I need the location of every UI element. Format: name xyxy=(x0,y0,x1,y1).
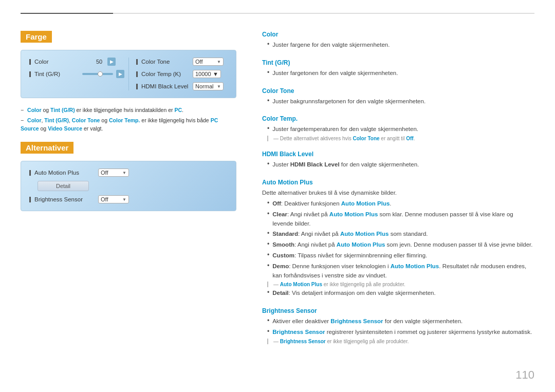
right-colortemp-note: Dette alternativet aktiveres hvis Color … xyxy=(267,136,534,141)
right-amp-heading: Auto Motion Plus xyxy=(262,179,534,186)
bar-icon-bs xyxy=(29,197,31,202)
tint-slider[interactable] xyxy=(82,73,113,75)
color-value: 50 xyxy=(96,59,102,65)
amp-item-detail: Detail: Vis detaljert informasjon om den… xyxy=(262,289,534,298)
tint-label: Tint (G/R) xyxy=(34,71,60,77)
right-hdmi-heading: HDMI Black Level xyxy=(262,151,534,158)
right-colortemp-heading: Color Temp. xyxy=(262,115,534,122)
right-tint-item-0: Juster fargetonen for den valgte skjerme… xyxy=(262,69,534,78)
farge-panel-left: Color 50 ▶ Tin xyxy=(29,58,128,90)
bar-icon-ct xyxy=(136,59,138,65)
farge-note-2: Color, Tint (G/R), Color Tone og Color T… xyxy=(21,117,236,133)
farge-panel: Color 50 ▶ Tin xyxy=(21,50,236,98)
color-temp-select[interactable]: 10000 ▼ xyxy=(193,70,221,78)
right-hdmi-text-0: Juster HDMI Black Level for den valgte s… xyxy=(272,160,419,170)
bs-note: Brightness Sensor er ikke tilgjengelig p… xyxy=(267,339,534,344)
amp-item-clear: Clear: Angi nivået på Auto Motion Plus s… xyxy=(262,210,534,229)
amp-item-smooth: Smooth: Angi nivået på Auto Motion Plus … xyxy=(262,240,534,250)
right-colortemp-section: Color Temp. Juster fargetemperaturen for… xyxy=(262,115,534,141)
amp-item-custom: Custom: Tilpass nivået for skjerminnbren… xyxy=(262,251,534,260)
right-amp-intro: Dette alternativer brukes til å vise dyn… xyxy=(262,189,534,198)
amp-item-demo: Demo: Denne funksjonen viser teknologien… xyxy=(262,262,534,281)
bar-icon-hdmi xyxy=(136,84,138,89)
brightness-label: Brightness Sensor xyxy=(34,196,83,202)
brightness-select[interactable]: Off ▼ xyxy=(98,195,129,203)
hdmi-select[interactable]: Normal ▼ xyxy=(193,82,224,90)
right-colortone-text-0: Juster bakgrunnsfargetonen for den valgt… xyxy=(272,97,425,106)
bar-icon-tint xyxy=(29,71,31,77)
farge-note-1: Color og Tint (G/R) er ikke tilgjengelig… xyxy=(21,106,236,115)
right-tint-section: Tint (G/R) Juster fargetonen for den val… xyxy=(262,59,534,78)
page-number: 110 xyxy=(515,368,534,382)
color-label: Color xyxy=(34,59,48,65)
left-column: Farge Color xyxy=(21,31,236,382)
tint-row: Tint (G/R) ▶ xyxy=(29,70,124,78)
color-temp-label: Color Temp (K) xyxy=(141,71,181,77)
bar-icon-amp xyxy=(29,170,31,176)
farge-panel-right: Color Tone Off ▼ xyxy=(129,58,228,90)
right-bs-section: Brightness Sensor Aktiver eller deaktive… xyxy=(262,307,534,344)
auto-motion-select[interactable]: Off ▼ xyxy=(98,169,129,177)
right-hdmi-section: HDMI Black Level Juster HDMI Black Level… xyxy=(262,151,534,170)
brightness-value: Off xyxy=(101,196,108,202)
auto-motion-arrow: ▼ xyxy=(122,171,126,175)
hdmi-label: HDMI Black Level xyxy=(141,83,188,89)
right-colortone-item-0: Juster bakgrunnsfargetonen for den valgt… xyxy=(262,97,534,106)
bs-item-0: Aktiver eller deaktiver Brightness Senso… xyxy=(262,317,534,326)
right-colortemp-item-0: Juster fargetemperaturen for den valgte … xyxy=(262,125,534,134)
color-tone-value: Off xyxy=(195,59,202,65)
amp-note-1: Auto Motion Plus er ikke tilgjengelig på… xyxy=(267,282,534,287)
hdmi-value: Normal xyxy=(195,83,213,89)
top-divider xyxy=(21,13,534,14)
right-colortone-heading: Color Tone xyxy=(262,87,534,95)
color-temp-row: Color Temp (K) 10000 ▼ xyxy=(136,70,228,78)
amp-item-standard: Standard: Angi nivået på Auto Motion Plu… xyxy=(262,230,534,239)
right-amp-section: Auto Motion Plus Dette alternativer bruk… xyxy=(262,179,534,298)
right-hdmi-item-0: Juster HDMI Black Level for den valgte s… xyxy=(262,160,534,170)
alternativer-section: Alternativer Auto Motion Plus Off ▼ xyxy=(21,142,236,211)
detail-button[interactable]: Detail xyxy=(38,181,89,191)
color-tone-label: Color Tone xyxy=(141,59,170,65)
bar-icon xyxy=(29,59,31,65)
color-row: Color 50 ▶ xyxy=(29,58,124,66)
color-temp-value: 10000 xyxy=(195,71,211,77)
tint-thumb xyxy=(98,71,103,77)
right-color-item-0: Juster fargene for den valgte skjermenhe… xyxy=(262,41,534,50)
alternativer-heading: Alternativer xyxy=(21,142,236,161)
farge-heading: Farge xyxy=(21,31,236,50)
auto-motion-value: Off xyxy=(101,170,108,176)
hdmi-arrow: ▼ xyxy=(217,84,221,89)
right-tint-heading: Tint (G/R) xyxy=(262,59,534,66)
hdmi-row: HDMI Black Level Normal ▼ xyxy=(136,82,228,90)
amp-item-off: Off: Deaktiver funksjonen Auto Motion Pl… xyxy=(262,199,534,209)
color-temp-arrow: ▼ xyxy=(213,71,218,77)
right-colortone-section: Color Tone Juster bakgrunnsfargetonen fo… xyxy=(262,87,534,106)
right-bs-heading: Brightness Sensor xyxy=(262,307,534,314)
color-next-arrow[interactable]: ▶ xyxy=(107,58,116,66)
bs-item-1: Brightness Sensor registrerer lysintensi… xyxy=(262,328,534,337)
brightness-row: Brightness Sensor Off ▼ xyxy=(29,195,228,203)
right-color-text-0: Juster fargene for den valgte skjermenhe… xyxy=(272,41,390,50)
color-tone-select[interactable]: Off ▼ xyxy=(193,58,224,66)
farge-section: Farge Color xyxy=(21,31,236,133)
right-tint-text-0: Juster fargetonen for den valgte skjerme… xyxy=(272,69,398,78)
auto-motion-row: Auto Motion Plus Off ▼ xyxy=(29,169,228,177)
color-tone-row: Color Tone Off ▼ xyxy=(136,58,228,66)
bar-icon-ck xyxy=(136,71,138,77)
brightness-arrow: ▼ xyxy=(122,197,126,202)
tint-next-arrow[interactable]: ▶ xyxy=(116,70,124,78)
color-tone-arrow: ▼ xyxy=(217,60,221,64)
alternativer-panel: Auto Motion Plus Off ▼ Detail xyxy=(21,161,236,211)
right-colortemp-text-0: Juster fargetemperaturen for den valgte … xyxy=(272,125,418,134)
right-color-heading: Color xyxy=(262,31,534,38)
right-column: Color Juster fargene for den valgte skje… xyxy=(252,31,534,382)
right-color-section: Color Juster fargene for den valgte skje… xyxy=(262,31,534,50)
auto-motion-label: Auto Motion Plus xyxy=(34,170,79,176)
detail-button-row: Detail xyxy=(29,181,228,191)
